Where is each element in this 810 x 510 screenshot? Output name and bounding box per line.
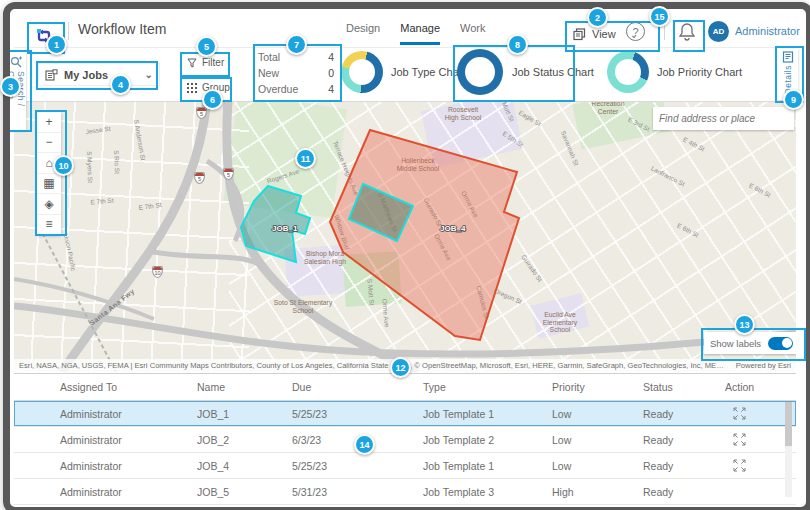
callout-badge-3: 3 — [0, 76, 21, 97]
callout-badge-2: 2 — [587, 7, 608, 28]
my-jobs-label: My Jobs — [64, 69, 108, 81]
view-icon — [573, 28, 586, 41]
show-labels-control: Show labels — [704, 332, 796, 354]
legend-button[interactable]: ≡ — [37, 215, 61, 236]
cell: Ready — [643, 408, 725, 420]
map-search-input[interactable] — [653, 113, 796, 124]
table-row-job_1[interactable]: AdministratorJOB_15/25/23Job Template 1L… — [14, 401, 796, 427]
cell: Ready — [643, 460, 725, 472]
jobs-table: Assigned ToNameDueTypePriorityStatusActi… — [14, 373, 796, 500]
filter-label: Filter — [202, 57, 224, 68]
my-jobs-dropdown[interactable]: My Jobs ⌄ — [38, 63, 160, 86]
nav-tab-manage[interactable]: Manage — [400, 22, 440, 45]
help-button[interactable]: ? — [626, 22, 645, 41]
stat-label: Total — [258, 49, 280, 65]
callout-badge-9: 9 — [783, 89, 804, 110]
polygon-label: JOB_1 — [272, 224, 298, 233]
cell: Job Template 1 — [423, 460, 552, 472]
page-title: Workflow Item — [78, 21, 166, 37]
jobs-list-icon — [45, 69, 58, 81]
callout-badge-14: 14 — [354, 434, 375, 455]
col-header-action[interactable]: Action — [725, 381, 796, 393]
job-status-chart — [457, 49, 503, 95]
primary-nav: DesignManageWork — [346, 22, 485, 45]
stat-new: New0 — [258, 65, 334, 81]
callout-badge-13: 13 — [734, 314, 755, 335]
notifications-bell-icon[interactable] — [678, 22, 698, 42]
cell: 5/25/23 — [292, 460, 423, 472]
cell: Administrator — [60, 408, 197, 420]
table-row-job_4[interactable]: AdministratorJOB_45/25/23Job Template 1L… — [14, 453, 796, 479]
details-form-icon — [782, 51, 794, 63]
cell: JOB_4 — [197, 460, 292, 472]
cell: High — [552, 486, 643, 498]
view-dropdown[interactable]: View ⌄ — [567, 23, 659, 45]
stat-label: New — [258, 65, 279, 81]
cell: JOB_2 — [197, 434, 292, 446]
col-header-due[interactable]: Due — [292, 381, 423, 393]
cell: JOB_5 — [197, 486, 292, 498]
zoom-in-button[interactable]: + — [37, 112, 61, 133]
table-header-row: Assigned ToNameDueTypePriorityStatusActi… — [14, 374, 796, 401]
cell: 5/31/23 — [292, 486, 423, 498]
chart-label: Job Status Chart — [512, 66, 594, 78]
powered-by-esri: Powered by Esri — [736, 361, 791, 370]
chart-label: Job Type Chart — [391, 66, 465, 78]
filter-funnel-icon — [187, 58, 197, 68]
callout-badge-8: 8 — [507, 34, 528, 55]
cell: Ready — [643, 434, 725, 446]
callout-badge-1: 1 — [46, 34, 67, 55]
cell: Administrator — [60, 434, 197, 446]
col-header-status[interactable]: Status — [643, 381, 725, 393]
cell: Administrator — [60, 460, 197, 472]
cell: Ready — [643, 486, 725, 498]
stat-value: 0 — [328, 65, 334, 81]
col-header-type[interactable]: Type — [423, 381, 552, 393]
user-name[interactable]: Administrator — [735, 25, 800, 37]
nav-tab-work[interactable]: Work — [460, 22, 485, 45]
callout-badge-15: 15 — [649, 6, 670, 27]
group-grid-icon — [187, 83, 197, 93]
cell: Job Template 3 — [423, 486, 552, 498]
callout-badge-10: 10 — [53, 155, 74, 176]
cell: Administrator — [60, 486, 197, 498]
job-polygons-layer: JOB_4JOB_1 — [14, 101, 796, 372]
cell: Low — [552, 460, 643, 472]
callout-badge-5: 5 — [196, 36, 217, 57]
search-plus-icon — [10, 56, 22, 68]
avatar[interactable]: AD — [708, 21, 729, 42]
stat-overdue: Overdue4 — [258, 81, 334, 97]
polygon-label: JOB_4 — [440, 224, 466, 233]
cell: Job Template 2 — [423, 434, 552, 446]
job-priority-chart — [607, 51, 649, 93]
show-labels-toggle[interactable] — [768, 337, 793, 350]
table-row-job_2[interactable]: AdministratorJOB_26/3/23Job Template 2Lo… — [14, 427, 796, 453]
chevron-down-icon: ⌄ — [145, 69, 153, 80]
map-canvas[interactable]: Roosevelt High SchoolHollenbeck Middle S… — [14, 101, 796, 372]
cell: Low — [552, 434, 643, 446]
map-search-box: 🔍︎ — [653, 107, 794, 130]
scrollbar-thumb[interactable] — [785, 402, 792, 446]
col-header-priority[interactable]: Priority — [552, 381, 643, 393]
layers-button[interactable]: ◈ — [37, 194, 61, 215]
cell: JOB_1 — [197, 408, 292, 420]
callout-badge-11: 11 — [295, 148, 316, 169]
col-header-assigned-to[interactable]: Assigned To — [60, 381, 197, 393]
callout-badge-12: 12 — [390, 357, 411, 378]
view-label: View — [592, 28, 616, 40]
divider — [68, 22, 69, 40]
nav-tab-design[interactable]: Design — [346, 22, 380, 45]
job-type-chart — [341, 51, 383, 93]
zoom-out-button[interactable]: − — [37, 133, 61, 154]
col-header-name[interactable]: Name — [197, 381, 292, 393]
basemap-button[interactable]: ▦ — [37, 174, 61, 195]
job-stats-panel: Total4New0Overdue4 — [258, 49, 334, 97]
table-scrollbar[interactable] — [785, 402, 792, 497]
stat-label: Overdue — [258, 81, 298, 97]
show-labels-label: Show labels — [710, 338, 761, 349]
polygon-job_4[interactable] — [330, 130, 519, 340]
cell: Job Template 1 — [423, 408, 552, 420]
cell: 5/25/23 — [292, 408, 423, 420]
cell: Low — [552, 408, 643, 420]
table-row-job_5[interactable]: AdministratorJOB_55/31/23Job Template 3H… — [14, 479, 796, 505]
